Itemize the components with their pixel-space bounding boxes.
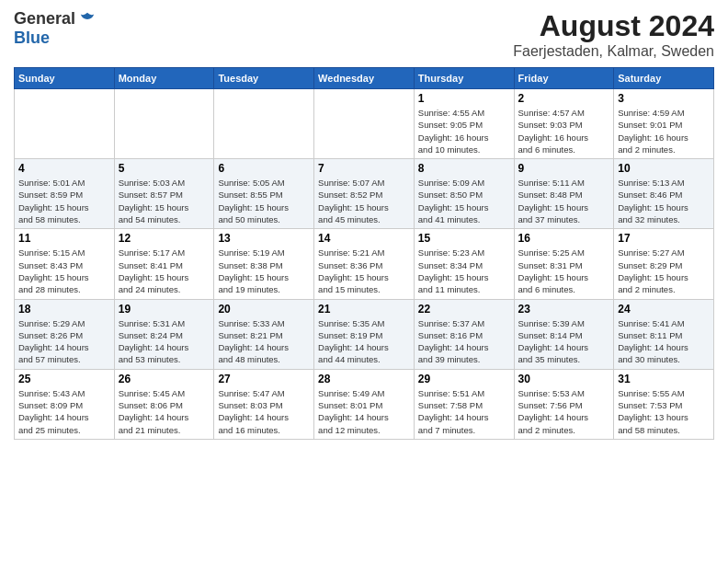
day-number: 6 <box>218 162 310 175</box>
day-info: Sunrise: 5:11 AM Sunset: 8:48 PM Dayligh… <box>518 177 610 225</box>
day-number: 19 <box>119 303 210 316</box>
calendar-cell <box>114 89 214 159</box>
page-header: General Blue August 2024 Faerjestaden, K… <box>14 9 714 60</box>
calendar-week-2: 11Sunrise: 5:15 AM Sunset: 8:43 PM Dayli… <box>15 229 714 299</box>
day-number: 13 <box>218 232 310 245</box>
day-info: Sunrise: 5:03 AM Sunset: 8:57 PM Dayligh… <box>119 177 210 225</box>
day-info: Sunrise: 5:49 AM Sunset: 8:01 PM Dayligh… <box>318 387 410 436</box>
day-number: 22 <box>418 303 510 316</box>
calendar-cell <box>214 89 314 159</box>
calendar-cell: 3Sunrise: 4:59 AM Sunset: 9:01 PM Daylig… <box>614 89 714 159</box>
header-friday: Friday <box>514 68 614 89</box>
calendar-cell: 20Sunrise: 5:33 AM Sunset: 8:21 PM Dayli… <box>214 299 314 369</box>
day-info: Sunrise: 5:53 AM Sunset: 7:56 PM Dayligh… <box>518 387 610 436</box>
day-info: Sunrise: 5:05 AM Sunset: 8:55 PM Dayligh… <box>218 177 310 225</box>
day-info: Sunrise: 5:27 AM Sunset: 8:29 PM Dayligh… <box>618 247 710 295</box>
calendar-cell: 6Sunrise: 5:05 AM Sunset: 8:55 PM Daylig… <box>214 159 314 229</box>
calendar-cell: 18Sunrise: 5:29 AM Sunset: 8:26 PM Dayli… <box>15 299 115 369</box>
calendar-cell: 8Sunrise: 5:09 AM Sunset: 8:50 PM Daylig… <box>414 159 514 229</box>
calendar-cell: 17Sunrise: 5:27 AM Sunset: 8:29 PM Dayli… <box>614 229 714 299</box>
day-info: Sunrise: 5:09 AM Sunset: 8:50 PM Dayligh… <box>418 177 510 225</box>
day-number: 28 <box>318 373 410 385</box>
location-title: Faerjestaden, Kalmar, Sweden <box>513 43 714 60</box>
day-info: Sunrise: 5:47 AM Sunset: 8:03 PM Dayligh… <box>218 387 310 436</box>
day-number: 5 <box>119 162 210 175</box>
calendar-cell: 16Sunrise: 5:25 AM Sunset: 8:31 PM Dayli… <box>514 229 614 299</box>
day-number: 4 <box>18 162 110 175</box>
day-info: Sunrise: 5:55 AM Sunset: 7:53 PM Dayligh… <box>618 387 710 436</box>
header-sunday: Sunday <box>15 68 115 89</box>
calendar-cell: 24Sunrise: 5:41 AM Sunset: 8:11 PM Dayli… <box>614 299 714 369</box>
logo-bird-icon <box>79 11 96 28</box>
day-info: Sunrise: 4:55 AM Sunset: 9:05 PM Dayligh… <box>418 107 510 155</box>
day-number: 14 <box>318 232 410 245</box>
day-info: Sunrise: 5:43 AM Sunset: 8:09 PM Dayligh… <box>18 387 110 436</box>
day-info: Sunrise: 5:17 AM Sunset: 8:41 PM Dayligh… <box>119 247 210 295</box>
calendar-cell: 5Sunrise: 5:03 AM Sunset: 8:57 PM Daylig… <box>114 159 214 229</box>
day-info: Sunrise: 5:35 AM Sunset: 8:19 PM Dayligh… <box>318 317 410 366</box>
day-number: 25 <box>18 373 110 385</box>
calendar-week-1: 4Sunrise: 5:01 AM Sunset: 8:59 PM Daylig… <box>15 159 714 229</box>
calendar-cell: 29Sunrise: 5:51 AM Sunset: 7:58 PM Dayli… <box>414 369 514 439</box>
calendar-week-3: 18Sunrise: 5:29 AM Sunset: 8:26 PM Dayli… <box>15 299 714 369</box>
day-number: 15 <box>418 232 510 245</box>
day-info: Sunrise: 5:45 AM Sunset: 8:06 PM Dayligh… <box>119 387 210 436</box>
calendar-week-4: 25Sunrise: 5:43 AM Sunset: 8:09 PM Dayli… <box>15 369 714 439</box>
calendar-cell: 28Sunrise: 5:49 AM Sunset: 8:01 PM Dayli… <box>314 369 415 439</box>
calendar-cell: 2Sunrise: 4:57 AM Sunset: 9:03 PM Daylig… <box>514 89 614 159</box>
header-thursday: Thursday <box>414 68 514 89</box>
day-info: Sunrise: 5:21 AM Sunset: 8:36 PM Dayligh… <box>318 247 410 295</box>
day-info: Sunrise: 5:31 AM Sunset: 8:24 PM Dayligh… <box>119 317 210 366</box>
day-info: Sunrise: 5:51 AM Sunset: 7:58 PM Dayligh… <box>418 387 510 436</box>
day-info: Sunrise: 5:19 AM Sunset: 8:38 PM Dayligh… <box>218 247 310 295</box>
calendar-cell: 27Sunrise: 5:47 AM Sunset: 8:03 PM Dayli… <box>214 369 314 439</box>
day-number: 16 <box>518 232 610 245</box>
day-number: 17 <box>618 232 710 245</box>
day-number: 12 <box>119 232 210 245</box>
day-number: 21 <box>318 303 410 316</box>
day-number: 11 <box>18 232 110 245</box>
calendar-cell: 25Sunrise: 5:43 AM Sunset: 8:09 PM Dayli… <box>15 369 115 439</box>
title-area: August 2024 Faerjestaden, Kalmar, Sweden <box>513 9 714 60</box>
day-number: 3 <box>618 92 710 105</box>
day-info: Sunrise: 5:15 AM Sunset: 8:43 PM Dayligh… <box>18 247 110 295</box>
day-number: 10 <box>618 162 710 175</box>
header-saturday: Saturday <box>614 68 714 89</box>
calendar-cell: 21Sunrise: 5:35 AM Sunset: 8:19 PM Dayli… <box>314 299 415 369</box>
day-info: Sunrise: 5:37 AM Sunset: 8:16 PM Dayligh… <box>418 317 510 366</box>
day-number: 1 <box>418 92 510 105</box>
calendar-cell: 30Sunrise: 5:53 AM Sunset: 7:56 PM Dayli… <box>514 369 614 439</box>
calendar-cell: 11Sunrise: 5:15 AM Sunset: 8:43 PM Dayli… <box>15 229 115 299</box>
day-info: Sunrise: 5:41 AM Sunset: 8:11 PM Dayligh… <box>618 317 710 366</box>
logo: General Blue <box>14 9 96 48</box>
day-number: 18 <box>18 303 110 316</box>
day-info: Sunrise: 5:07 AM Sunset: 8:52 PM Dayligh… <box>318 177 410 225</box>
calendar-header: SundayMondayTuesdayWednesdayThursdayFrid… <box>15 68 714 89</box>
day-number: 9 <box>518 162 610 175</box>
header-monday: Monday <box>114 68 214 89</box>
day-number: 20 <box>218 303 310 316</box>
day-info: Sunrise: 5:01 AM Sunset: 8:59 PM Dayligh… <box>18 177 110 225</box>
day-number: 23 <box>518 303 610 316</box>
calendar-cell: 26Sunrise: 5:45 AM Sunset: 8:06 PM Dayli… <box>114 369 214 439</box>
calendar-cell: 19Sunrise: 5:31 AM Sunset: 8:24 PM Dayli… <box>114 299 214 369</box>
logo-general: General <box>14 9 75 29</box>
day-number: 29 <box>418 373 510 385</box>
day-number: 24 <box>618 303 710 316</box>
month-title: August 2024 <box>513 9 714 43</box>
day-info: Sunrise: 5:29 AM Sunset: 8:26 PM Dayligh… <box>18 317 110 366</box>
calendar-cell: 10Sunrise: 5:13 AM Sunset: 8:46 PM Dayli… <box>614 159 714 229</box>
day-number: 7 <box>318 162 410 175</box>
calendar-table: SundayMondayTuesdayWednesdayThursdayFrid… <box>14 67 714 440</box>
day-info: Sunrise: 5:39 AM Sunset: 8:14 PM Dayligh… <box>518 317 610 366</box>
calendar-cell: 23Sunrise: 5:39 AM Sunset: 8:14 PM Dayli… <box>514 299 614 369</box>
day-info: Sunrise: 5:25 AM Sunset: 8:31 PM Dayligh… <box>518 247 610 295</box>
day-number: 26 <box>119 373 210 385</box>
calendar-cell: 9Sunrise: 5:11 AM Sunset: 8:48 PM Daylig… <box>514 159 614 229</box>
day-number: 2 <box>518 92 610 105</box>
calendar-cell <box>15 89 115 159</box>
day-info: Sunrise: 5:33 AM Sunset: 8:21 PM Dayligh… <box>218 317 310 366</box>
calendar-cell: 13Sunrise: 5:19 AM Sunset: 8:38 PM Dayli… <box>214 229 314 299</box>
logo-blue: Blue <box>14 29 50 48</box>
calendar-cell: 31Sunrise: 5:55 AM Sunset: 7:53 PM Dayli… <box>614 369 714 439</box>
